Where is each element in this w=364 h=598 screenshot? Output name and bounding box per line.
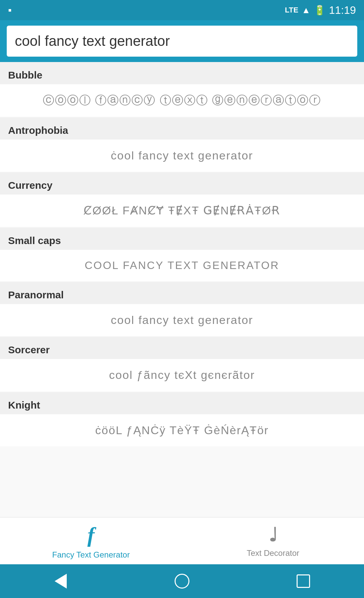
- search-input[interactable]: [7, 26, 357, 57]
- recents-icon: [297, 574, 310, 588]
- header-paranormal: Paranormal: [0, 282, 364, 304]
- tab-fancy-text-generator[interactable]: f Fancy Text Generator: [0, 517, 182, 564]
- header-bubble: Bubble: [0, 62, 364, 84]
- back-button[interactable]: [51, 571, 71, 591]
- fancy-text-icon: f: [87, 522, 94, 547]
- text-decorator-icon: ♩: [269, 524, 277, 546]
- status-bar-right: LTE ▲ 🔋 11:19: [285, 4, 356, 17]
- content-sorcerer[interactable]: cool ƒãncy tєXt gєnєrãtor: [0, 359, 364, 391]
- tab-text-decorator[interactable]: ♩ Text Decorator: [182, 517, 364, 564]
- title-knight: Knight: [8, 399, 40, 411]
- title-currency: Currency: [8, 180, 53, 191]
- nav-bar: [0, 564, 364, 598]
- section-currency: Currency ȻØØŁ FȺNȻɎ ŦɆXŦ ǤɆNɆɌȦŦØɌ: [0, 172, 364, 227]
- sd-card-indicator: ▪: [8, 4, 12, 16]
- content-antrophobia[interactable]: ċool fancy text generator: [0, 140, 364, 172]
- home-icon: [175, 574, 189, 589]
- home-button[interactable]: [172, 571, 192, 591]
- header-knight: Knight: [0, 392, 364, 414]
- section-paranormal: Paranormal cool fancy text generator: [0, 282, 364, 336]
- styled-text-small-caps: COOL FANCY TEXT GENERATOR: [85, 258, 279, 273]
- title-small-caps: Small caps: [8, 235, 61, 246]
- section-small-caps: Small caps COOL FANCY TEXT GENERATOR: [0, 228, 364, 281]
- back-icon: [55, 574, 67, 589]
- content-area: Bubble ⓒⓞⓞⓛ ⓕⓐⓝⓒⓨ ⓣⓔⓧⓣ ⓖⓔⓝⓔⓡⓐⓣⓞⓡ Antroph…: [0, 62, 364, 517]
- tab-fancy-label: Fancy Text Generator: [52, 550, 130, 560]
- header-currency: Currency: [0, 172, 364, 195]
- title-antrophobia: Antrophobia: [8, 125, 68, 136]
- section-sorcerer: Sorcerer cool ƒãncy tєXt gєnєrãtor: [0, 337, 364, 391]
- tab-decorator-label: Text Decorator: [247, 548, 299, 558]
- time-display: 11:19: [329, 4, 356, 17]
- content-bubble[interactable]: ⓒⓞⓞⓛ ⓕⓐⓝⓒⓨ ⓣⓔⓧⓣ ⓖⓔⓝⓔⓡⓐⓣⓞⓡ: [0, 84, 364, 117]
- header-sorcerer: Sorcerer: [0, 337, 364, 359]
- battery-icon: 🔋: [314, 5, 326, 16]
- sd-card-icon: ▪: [8, 4, 12, 16]
- lte-indicator: LTE: [285, 6, 298, 14]
- recents-button[interactable]: [293, 571, 313, 591]
- content-small-caps[interactable]: COOL FANCY TEXT GENERATOR: [0, 250, 364, 281]
- styled-text-paranormal: cool fancy text generator: [111, 312, 253, 328]
- title-paranormal: Paranormal: [8, 289, 64, 300]
- title-bubble: Bubble: [8, 69, 42, 81]
- status-bar: ▪ LTE ▲ 🔋 11:19: [0, 0, 364, 20]
- content-currency[interactable]: ȻØØŁ FȺNȻɎ ŦɆXŦ ǤɆNɆɌȦŦØɌ: [0, 195, 364, 227]
- styled-text-antrophobia: ċool fancy text generator: [111, 148, 253, 164]
- header-antrophobia: Antrophobia: [0, 117, 364, 140]
- search-bar: [0, 20, 364, 62]
- tab-bar: f Fancy Text Generator ♩ Text Decorator: [0, 517, 364, 564]
- content-paranormal[interactable]: cool fancy text generator: [0, 304, 364, 336]
- title-sorcerer: Sorcerer: [8, 344, 50, 355]
- content-knight[interactable]: ċööL ƒĄNĊÿ TèŸŦ ĠèŃèrĄŦör: [0, 414, 364, 447]
- signal-icon: ▲: [302, 5, 310, 16]
- styled-text-bubble: ⓒⓞⓞⓛ ⓕⓐⓝⓒⓨ ⓣⓔⓧⓣ ⓖⓔⓝⓔⓡⓐⓣⓞⓡ: [43, 92, 321, 109]
- styled-text-sorcerer: cool ƒãncy tєXt gєnєrãtor: [109, 367, 255, 383]
- section-bubble: Bubble ⓒⓞⓞⓛ ⓕⓐⓝⓒⓨ ⓣⓔⓧⓣ ⓖⓔⓝⓔⓡⓐⓣⓞⓡ: [0, 62, 364, 117]
- section-knight: Knight ċööL ƒĄNĊÿ TèŸŦ ĠèŃèrĄŦör: [0, 392, 364, 447]
- styled-text-currency: ȻØØŁ FȺNȻɎ ŦɆXŦ ǤɆNɆɌȦŦØɌ: [84, 203, 280, 219]
- header-small-caps: Small caps: [0, 228, 364, 250]
- section-antrophobia: Antrophobia ċool fancy text generator: [0, 117, 364, 172]
- styled-text-knight: ċööL ƒĄNĊÿ TèŸŦ ĠèŃèrĄŦör: [95, 422, 269, 439]
